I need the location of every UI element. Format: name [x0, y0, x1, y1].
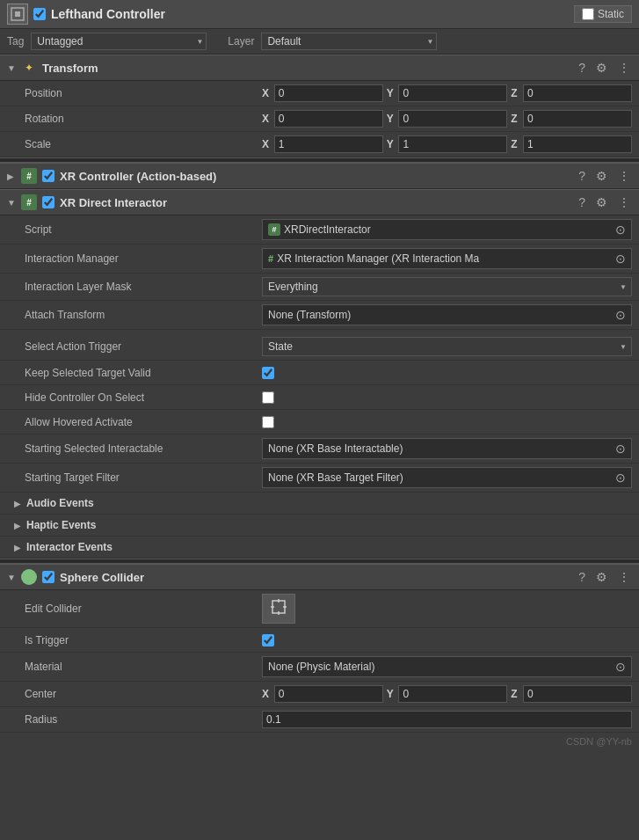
position-x-input[interactable] — [274, 84, 383, 102]
center-y-input[interactable] — [398, 685, 507, 703]
starting-interactable-label: Starting Selected Interactable — [25, 442, 262, 455]
xr-controller-help-btn[interactable]: ? — [577, 169, 587, 183]
radius-input[interactable] — [262, 711, 632, 728]
scale-y-axis: Y — [387, 138, 396, 150]
static-button[interactable]: Static — [574, 5, 632, 23]
scale-z-input[interactable] — [523, 135, 632, 153]
script-value: XRDirectInteractor — [284, 223, 612, 236]
hide-controller-row: Hide Controller On Select — [0, 385, 639, 410]
transform-help-btn[interactable]: ? — [577, 61, 587, 75]
is-trigger-checkbox[interactable] — [262, 634, 274, 646]
scale-x-input[interactable] — [274, 135, 383, 153]
script-file-icon: # — [268, 223, 280, 236]
position-x-field: X — [262, 84, 383, 102]
static-checkbox[interactable] — [582, 8, 594, 20]
hide-controller-checkbox[interactable] — [262, 391, 274, 404]
center-z-input[interactable] — [523, 685, 632, 703]
xr-controller-checkbox[interactable] — [42, 170, 54, 182]
transform-menu-btn[interactable]: ⋮ — [616, 61, 632, 75]
sphere-collider-settings-btn[interactable]: ⚙ — [594, 570, 609, 584]
audio-events-arrow: ▶ — [14, 499, 21, 508]
rotation-x-input[interactable] — [274, 110, 383, 128]
keep-selected-checkbox[interactable] — [262, 367, 274, 379]
transform-settings-btn[interactable]: ⚙ — [594, 61, 609, 75]
xr-controller-menu-btn[interactable]: ⋮ — [616, 169, 632, 183]
audio-events-group[interactable]: ▶ Audio Events — [0, 493, 639, 515]
rotation-z-input[interactable] — [523, 110, 632, 128]
starting-interactable-select-btn[interactable]: ⊙ — [615, 442, 626, 456]
center-x-input[interactable] — [274, 685, 383, 703]
material-select-btn[interactable]: ⊙ — [615, 660, 626, 674]
xr-direct-expand-arrow: ▼ — [7, 198, 16, 208]
rotation-fields: X Y Z — [262, 110, 632, 128]
xr-direct-menu-btn[interactable]: ⋮ — [616, 195, 632, 209]
sphere-collider-help-btn[interactable]: ? — [577, 570, 587, 584]
xr-controller-icon: # — [21, 168, 37, 184]
starting-interactable-row: Starting Selected Interactable None (XR … — [0, 435, 639, 464]
rotation-label: Rotation — [25, 113, 262, 125]
edit-collider-button[interactable] — [262, 594, 295, 624]
xr-direct-icon: # — [21, 194, 37, 210]
edit-collider-icon — [270, 598, 287, 616]
script-label: Script — [25, 223, 262, 236]
position-y-input[interactable] — [398, 84, 507, 102]
material-row: Material None (Physic Material) ⊙ — [0, 653, 639, 682]
radius-row: Radius — [0, 707, 639, 733]
interaction-manager-value: XR Interaction Manager (XR Interaction M… — [277, 252, 612, 265]
position-z-input[interactable] — [523, 84, 632, 102]
starting-filter-field: None (XR Base Target Filter) ⊙ — [262, 467, 632, 488]
interaction-layer-row: Interaction Layer Mask Everything — [0, 274, 639, 301]
starting-filter-select-btn[interactable]: ⊙ — [615, 471, 626, 485]
scale-z-field: Z — [511, 135, 632, 153]
transform-section-header[interactable]: ▼ ✦ Transform ? ⚙ ⋮ — [0, 55, 639, 81]
layer-select[interactable]: Default — [261, 33, 437, 50]
center-fields: X Y Z — [262, 685, 632, 703]
sphere-collider-menu-btn[interactable]: ⋮ — [616, 570, 632, 584]
attach-transform-field: None (Transform) ⊙ — [262, 304, 632, 325]
is-trigger-label: Is Trigger — [25, 634, 262, 646]
audio-events-label: Audio Events — [26, 497, 94, 509]
interaction-layer-dropdown-wrapper: Everything — [262, 277, 632, 296]
center-y-field: Y — [387, 685, 508, 703]
script-select-btn[interactable]: ⊙ — [615, 223, 626, 237]
allow-hovered-checkbox[interactable] — [262, 416, 274, 428]
interaction-layer-select[interactable]: Everything — [262, 277, 632, 296]
is-trigger-row: Is Trigger — [0, 628, 639, 653]
attach-transform-select-btn[interactable]: ⊙ — [615, 308, 626, 322]
scale-y-input[interactable] — [398, 135, 507, 153]
center-label: Center — [25, 688, 262, 700]
interaction-manager-row: Interaction Manager # XR Interaction Man… — [0, 245, 639, 274]
sphere-collider-props: Edit Collider Is Trigger Material None (… — [0, 590, 639, 733]
position-y-field: Y — [387, 84, 508, 102]
object-icon — [7, 4, 28, 25]
radius-label: Radius — [25, 713, 262, 726]
keep-selected-row: Keep Selected Target Valid — [0, 361, 639, 385]
xr-direct-title: XR Direct Interactor — [60, 196, 571, 209]
allow-hovered-label: Allow Hovered Activate — [25, 416, 262, 428]
position-x-axis: X — [262, 87, 272, 99]
xr-direct-checkbox[interactable] — [42, 196, 54, 208]
interactor-events-group[interactable]: ▶ Interactor Events — [0, 537, 639, 559]
sphere-collider-checkbox[interactable] — [42, 571, 54, 583]
interaction-manager-icon: # — [268, 253, 273, 264]
xr-direct-section-header[interactable]: ▼ # XR Direct Interactor ? ⚙ ⋮ — [0, 189, 639, 215]
object-active-checkbox[interactable] — [33, 8, 46, 20]
sphere-collider-title: Sphere Collider — [60, 571, 571, 584]
attach-transform-value: None (Transform) — [268, 309, 612, 321]
xr-controller-section-header[interactable]: ▶ # XR Controller (Action-based) ? ⚙ ⋮ — [0, 163, 639, 189]
starting-filter-row: Starting Target Filter None (XR Base Tar… — [0, 464, 639, 493]
xr-direct-settings-btn[interactable]: ⚙ — [594, 195, 609, 209]
interactor-events-label: Interactor Events — [26, 541, 113, 553]
haptic-events-label: Haptic Events — [26, 519, 96, 531]
xr-direct-help-btn[interactable]: ? — [577, 195, 587, 209]
tag-layer-row: Tag Untagged Layer Default — [0, 29, 639, 55]
interaction-manager-select-btn[interactable]: ⊙ — [615, 252, 626, 266]
rotation-y-input[interactable] — [398, 110, 507, 128]
select-action-select[interactable]: State — [262, 337, 632, 356]
sphere-collider-section-header[interactable]: ▼ Sphere Collider ? ⚙ ⋮ — [0, 564, 639, 590]
scale-x-field: X — [262, 135, 383, 153]
xr-controller-settings-btn[interactable]: ⚙ — [594, 169, 609, 183]
transform-title: Transform — [42, 62, 571, 75]
tag-select[interactable]: Untagged — [31, 33, 207, 50]
haptic-events-group[interactable]: ▶ Haptic Events — [0, 515, 639, 537]
